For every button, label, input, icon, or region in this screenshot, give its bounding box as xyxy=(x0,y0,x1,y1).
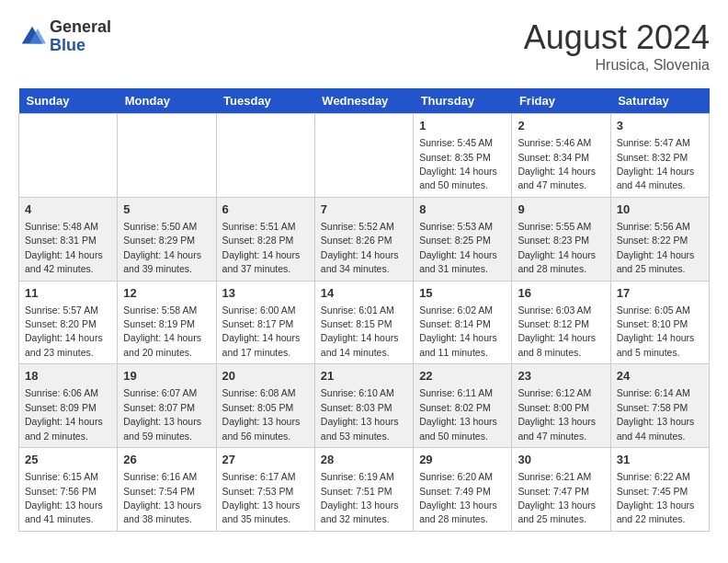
day-number: 2 xyxy=(518,118,604,134)
calendar-cell: 12Sunrise: 5:58 AM Sunset: 8:19 PM Dayli… xyxy=(118,281,216,364)
calendar-cell xyxy=(216,114,314,198)
day-number: 25 xyxy=(25,452,111,468)
day-info: Sunrise: 5:53 AM Sunset: 8:25 PM Dayligh… xyxy=(419,221,497,274)
day-info: Sunrise: 6:03 AM Sunset: 8:12 PM Dayligh… xyxy=(518,304,596,358)
day-info: Sunrise: 5:50 AM Sunset: 8:29 PM Dayligh… xyxy=(123,221,201,274)
day-number: 12 xyxy=(123,285,210,302)
day-info: Sunrise: 6:17 AM Sunset: 7:53 PM Dayligh… xyxy=(222,471,301,524)
calendar-cell xyxy=(19,114,118,198)
weekday-header: Friday xyxy=(512,88,610,114)
calendar-cell: 1Sunrise: 5:45 AM Sunset: 8:35 PM Daylig… xyxy=(414,114,512,198)
day-number: 5 xyxy=(123,201,210,218)
weekday-header: Thursday xyxy=(414,88,512,114)
calendar-cell: 22Sunrise: 6:11 AM Sunset: 8:02 PM Dayli… xyxy=(414,364,512,448)
day-info: Sunrise: 5:51 AM Sunset: 8:28 PM Dayligh… xyxy=(222,221,301,274)
day-info: Sunrise: 5:55 AM Sunset: 8:23 PM Dayligh… xyxy=(518,221,596,274)
weekday-header: Saturday xyxy=(610,88,709,114)
day-number: 30 xyxy=(518,452,604,468)
day-number: 9 xyxy=(518,201,604,218)
day-number: 29 xyxy=(419,452,506,468)
calendar-cell: 7Sunrise: 5:52 AM Sunset: 8:26 PM Daylig… xyxy=(314,197,413,281)
page-header: General Blue August 2024 Hrusica, Sloven… xyxy=(18,18,710,74)
day-number: 15 xyxy=(419,285,506,302)
calendar-cell xyxy=(118,114,216,198)
day-number: 13 xyxy=(222,285,309,302)
calendar-cell: 8Sunrise: 5:53 AM Sunset: 8:25 PM Daylig… xyxy=(414,197,512,281)
day-info: Sunrise: 6:19 AM Sunset: 7:51 PM Dayligh… xyxy=(321,471,399,524)
day-info: Sunrise: 6:05 AM Sunset: 8:10 PM Dayligh… xyxy=(617,304,695,358)
day-info: Sunrise: 6:12 AM Sunset: 8:00 PM Dayligh… xyxy=(518,387,596,441)
day-info: Sunrise: 6:01 AM Sunset: 8:15 PM Dayligh… xyxy=(321,304,399,358)
day-number: 17 xyxy=(617,285,703,302)
logo: General Blue xyxy=(18,18,111,55)
logo-text: General Blue xyxy=(50,18,111,55)
calendar-week-row: 4Sunrise: 5:48 AM Sunset: 8:31 PM Daylig… xyxy=(19,197,710,281)
day-number: 7 xyxy=(321,201,407,218)
day-info: Sunrise: 6:00 AM Sunset: 8:17 PM Dayligh… xyxy=(222,304,301,358)
calendar-cell: 16Sunrise: 6:03 AM Sunset: 8:12 PM Dayli… xyxy=(512,281,610,364)
day-number: 14 xyxy=(321,285,407,302)
day-number: 28 xyxy=(321,452,407,468)
calendar-cell: 19Sunrise: 6:07 AM Sunset: 8:07 PM Dayli… xyxy=(118,364,216,448)
calendar-cell: 26Sunrise: 6:16 AM Sunset: 7:54 PM Dayli… xyxy=(118,448,216,532)
location-subtitle: Hrusica, Slovenia xyxy=(524,57,710,74)
day-number: 31 xyxy=(617,452,703,468)
day-info: Sunrise: 6:08 AM Sunset: 8:05 PM Dayligh… xyxy=(222,387,301,441)
calendar-cell: 5Sunrise: 5:50 AM Sunset: 8:29 PM Daylig… xyxy=(118,197,216,281)
day-info: Sunrise: 6:15 AM Sunset: 7:56 PM Dayligh… xyxy=(25,471,103,524)
calendar-cell: 13Sunrise: 6:00 AM Sunset: 8:17 PM Dayli… xyxy=(216,281,314,364)
day-number: 19 xyxy=(123,368,210,385)
calendar-cell: 10Sunrise: 5:56 AM Sunset: 8:22 PM Dayli… xyxy=(610,197,709,281)
day-info: Sunrise: 6:22 AM Sunset: 7:45 PM Dayligh… xyxy=(617,471,695,524)
day-number: 16 xyxy=(518,285,604,302)
calendar-week-row: 1Sunrise: 5:45 AM Sunset: 8:35 PM Daylig… xyxy=(19,114,710,198)
calendar-cell: 6Sunrise: 5:51 AM Sunset: 8:28 PM Daylig… xyxy=(216,197,314,281)
day-info: Sunrise: 5:47 AM Sunset: 8:32 PM Dayligh… xyxy=(617,137,695,190)
weekday-header: Wednesday xyxy=(314,88,413,114)
day-info: Sunrise: 5:52 AM Sunset: 8:26 PM Dayligh… xyxy=(321,221,399,274)
day-number: 6 xyxy=(222,201,309,218)
calendar-cell: 24Sunrise: 6:14 AM Sunset: 7:58 PM Dayli… xyxy=(610,364,709,448)
day-number: 3 xyxy=(617,118,703,134)
day-number: 18 xyxy=(25,368,111,385)
day-number: 27 xyxy=(222,452,309,468)
day-number: 10 xyxy=(617,201,703,218)
calendar-cell: 30Sunrise: 6:21 AM Sunset: 7:47 PM Dayli… xyxy=(512,448,610,532)
calendar-week-row: 18Sunrise: 6:06 AM Sunset: 8:09 PM Dayli… xyxy=(19,364,710,448)
calendar-cell: 27Sunrise: 6:17 AM Sunset: 7:53 PM Dayli… xyxy=(216,448,314,532)
logo-icon xyxy=(18,23,46,51)
calendar-week-row: 11Sunrise: 5:57 AM Sunset: 8:20 PM Dayli… xyxy=(19,281,710,364)
calendar-cell: 11Sunrise: 5:57 AM Sunset: 8:20 PM Dayli… xyxy=(19,281,118,364)
day-info: Sunrise: 6:11 AM Sunset: 8:02 PM Dayligh… xyxy=(419,387,497,441)
calendar-table: SundayMondayTuesdayWednesdayThursdayFrid… xyxy=(18,88,710,532)
calendar-cell xyxy=(314,114,413,198)
weekday-header-row: SundayMondayTuesdayWednesdayThursdayFrid… xyxy=(19,88,710,114)
day-info: Sunrise: 6:20 AM Sunset: 7:49 PM Dayligh… xyxy=(419,471,497,524)
calendar-cell: 14Sunrise: 6:01 AM Sunset: 8:15 PM Dayli… xyxy=(314,281,413,364)
month-title: August 2024 xyxy=(524,18,710,57)
weekday-header: Monday xyxy=(118,88,216,114)
day-number: 20 xyxy=(222,368,309,385)
calendar-cell: 21Sunrise: 6:10 AM Sunset: 8:03 PM Dayli… xyxy=(314,364,413,448)
calendar-week-row: 25Sunrise: 6:15 AM Sunset: 7:56 PM Dayli… xyxy=(19,448,710,532)
day-number: 23 xyxy=(518,368,604,385)
day-number: 24 xyxy=(617,368,703,385)
calendar-cell: 9Sunrise: 5:55 AM Sunset: 8:23 PM Daylig… xyxy=(512,197,610,281)
day-number: 8 xyxy=(419,201,506,218)
calendar-cell: 15Sunrise: 6:02 AM Sunset: 8:14 PM Dayli… xyxy=(414,281,512,364)
day-number: 21 xyxy=(321,368,407,385)
calendar-cell: 3Sunrise: 5:47 AM Sunset: 8:32 PM Daylig… xyxy=(610,114,709,198)
day-info: Sunrise: 6:14 AM Sunset: 7:58 PM Dayligh… xyxy=(617,387,695,441)
day-info: Sunrise: 6:02 AM Sunset: 8:14 PM Dayligh… xyxy=(419,304,497,358)
day-info: Sunrise: 5:45 AM Sunset: 8:35 PM Dayligh… xyxy=(419,137,497,190)
day-info: Sunrise: 6:10 AM Sunset: 8:03 PM Dayligh… xyxy=(321,387,399,441)
weekday-header: Sunday xyxy=(19,88,118,114)
day-info: Sunrise: 5:58 AM Sunset: 8:19 PM Dayligh… xyxy=(123,304,201,358)
calendar-cell: 20Sunrise: 6:08 AM Sunset: 8:05 PM Dayli… xyxy=(216,364,314,448)
day-info: Sunrise: 6:07 AM Sunset: 8:07 PM Dayligh… xyxy=(123,387,201,441)
day-number: 1 xyxy=(419,118,506,134)
title-area: August 2024 Hrusica, Slovenia xyxy=(524,18,710,74)
calendar-cell: 17Sunrise: 6:05 AM Sunset: 8:10 PM Dayli… xyxy=(610,281,709,364)
calendar-cell: 28Sunrise: 6:19 AM Sunset: 7:51 PM Dayli… xyxy=(314,448,413,532)
day-info: Sunrise: 6:21 AM Sunset: 7:47 PM Dayligh… xyxy=(518,471,596,524)
